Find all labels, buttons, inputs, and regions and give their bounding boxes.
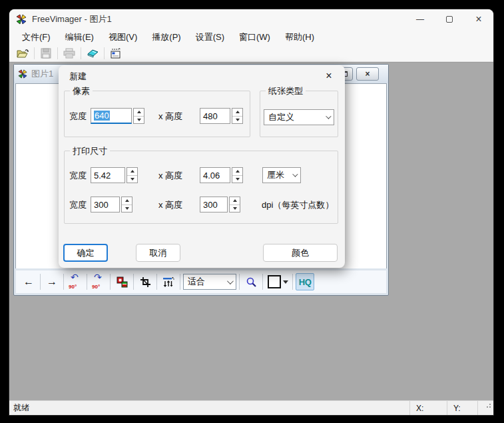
print-size-group: 打印尺寸 宽度 5.42 x 高度 4.06 厘米 宽度 300 x 高度 30… xyxy=(64,151,338,224)
zoom-mode-value: 适合 xyxy=(188,276,205,288)
rotate-ccw-button[interactable]: ↶ 90° xyxy=(67,272,84,291)
rotate-cw-icon: ↷ 90° xyxy=(91,273,107,290)
zoom-icon xyxy=(246,276,257,288)
unit-select[interactable]: 厘米 xyxy=(262,167,301,183)
dialog-close-icon: × xyxy=(326,70,332,82)
pixel-height-value: 480 xyxy=(203,111,218,121)
menu-file[interactable]: 文件(F) xyxy=(15,29,58,45)
scan-icon xyxy=(87,48,99,59)
status-grip-cell xyxy=(477,401,493,415)
pixel-width-label: 宽度 xyxy=(69,111,87,123)
close-icon: × xyxy=(475,13,481,25)
open-button[interactable] xyxy=(13,46,32,61)
toolbar-separator xyxy=(34,47,35,59)
dialog-title: 新建 xyxy=(69,71,87,83)
save-button[interactable] xyxy=(37,46,55,61)
menu-help[interactable]: 帮助(H) xyxy=(278,29,322,45)
toolbar-separator xyxy=(104,47,105,59)
menu-settings[interactable]: 设置(S) xyxy=(188,29,232,45)
nav-separator xyxy=(63,274,64,290)
toolbar-separator xyxy=(81,47,81,59)
pixel-height-input[interactable]: 480 xyxy=(200,108,230,124)
minimize-button[interactable]: — xyxy=(405,9,435,29)
menu-edit[interactable]: 编辑(E) xyxy=(58,29,101,45)
prev-icon: ← xyxy=(23,276,34,288)
paper-type-label: 纸张类型 xyxy=(266,85,306,97)
paper-type-value: 自定义 xyxy=(268,111,294,123)
minimize-icon: — xyxy=(416,15,424,24)
pixel-width-input[interactable]: 640 xyxy=(91,108,132,124)
dialog-close-button[interactable]: × xyxy=(321,68,337,84)
ok-button[interactable]: 确定 xyxy=(63,244,108,262)
maximize-button[interactable] xyxy=(435,9,464,29)
rotate-ccw-icon: ↶ 90° xyxy=(67,273,83,290)
crop-icon xyxy=(140,276,151,288)
status-y: Y: xyxy=(447,401,477,415)
resize-button[interactable] xyxy=(160,272,177,291)
chevron-down-icon xyxy=(292,171,298,177)
status-ready: 就绪 xyxy=(9,402,409,414)
menu-window[interactable]: 窗口(W) xyxy=(232,29,278,45)
hq-toggle-button[interactable]: HQ xyxy=(296,273,314,290)
nav-separator xyxy=(133,274,134,290)
dpi-height-label: x 高度 xyxy=(158,199,182,211)
crop-button[interactable] xyxy=(136,272,154,291)
toolbar-separator xyxy=(57,47,58,59)
nav-separator xyxy=(110,274,111,290)
true-color-button[interactable] xyxy=(113,272,130,291)
dpi-height-input[interactable]: 300 xyxy=(200,197,228,212)
status-x: X: xyxy=(409,401,447,415)
pixel-width-stepper[interactable] xyxy=(133,108,144,124)
pixel-height-label: x 高度 xyxy=(158,111,182,123)
print-height-stepper[interactable] xyxy=(232,167,243,183)
new-image-dialog: 新建 × 像素 宽度 640 x 高度 480 纸张类型 自定义 xyxy=(59,65,345,268)
pixel-height-stepper[interactable] xyxy=(232,108,243,124)
frame-button[interactable] xyxy=(266,272,290,291)
close-button[interactable]: × xyxy=(464,9,493,29)
color-button[interactable]: 颜色 xyxy=(263,244,338,262)
menu-play[interactable]: 播放(P) xyxy=(144,29,188,45)
resize-grip-icon[interactable] xyxy=(489,406,491,408)
zoom-button[interactable] xyxy=(242,272,260,291)
nav-toolbar: ← → ↶ 90° ↷ 90° xyxy=(15,270,387,294)
paper-type-group: 纸张类型 自定义 xyxy=(260,91,338,137)
print-width-input[interactable]: 5.42 xyxy=(91,167,125,183)
tab-image-icon xyxy=(18,69,27,79)
tab-image1[interactable]: 图片1 xyxy=(31,68,53,80)
open-folder-icon xyxy=(17,48,29,59)
dpi-width-input[interactable]: 300 xyxy=(91,197,120,212)
status-bar: 就绪 X: Y: xyxy=(9,400,493,415)
resize-icon xyxy=(162,276,174,288)
chevron-down-icon xyxy=(227,278,234,284)
dpi-width-label: 宽度 xyxy=(69,199,87,211)
menubar: 文件(F) 编辑(E) 视图(V) 播放(P) 设置(S) 窗口(W) 帮助(H… xyxy=(9,29,493,45)
print-width-value: 5.42 xyxy=(94,171,111,181)
dpi-width-stepper[interactable] xyxy=(121,197,132,212)
scan-button[interactable] xyxy=(83,46,102,61)
print-height-value: 4.06 xyxy=(203,171,220,181)
true-color-icon xyxy=(117,276,128,288)
batch-button[interactable] xyxy=(107,46,125,61)
cancel-button[interactable]: 取消 xyxy=(136,244,180,262)
menu-view[interactable]: 视图(V) xyxy=(101,29,144,45)
save-icon xyxy=(41,48,51,59)
dpi-unit-label: dpi（每英寸点数） xyxy=(262,199,334,211)
pixels-group-label: 像素 xyxy=(70,85,93,97)
print-button[interactable] xyxy=(60,46,79,61)
zoom-mode-select[interactable]: 适合 xyxy=(183,274,236,290)
mdi-area: 图片1 × ← → ↶ 90° xyxy=(9,62,493,400)
print-width-label: 宽度 xyxy=(69,170,87,182)
rotate-cw-button[interactable]: ↷ 90° xyxy=(90,272,107,291)
print-height-input[interactable]: 4.06 xyxy=(200,167,230,183)
batch-icon xyxy=(110,48,122,59)
print-width-stepper[interactable] xyxy=(126,167,138,183)
prev-image-button[interactable]: ← xyxy=(20,272,37,291)
paper-type-select[interactable]: 自定义 xyxy=(264,109,334,125)
nav-separator xyxy=(239,274,240,290)
dpi-height-stepper[interactable] xyxy=(229,197,240,212)
nav-separator xyxy=(180,274,180,290)
pixel-width-value: 640 xyxy=(94,111,110,121)
next-image-button[interactable]: → xyxy=(43,272,61,291)
dpi-height-value: 300 xyxy=(203,200,218,210)
child-close-button[interactable]: × xyxy=(356,67,379,81)
